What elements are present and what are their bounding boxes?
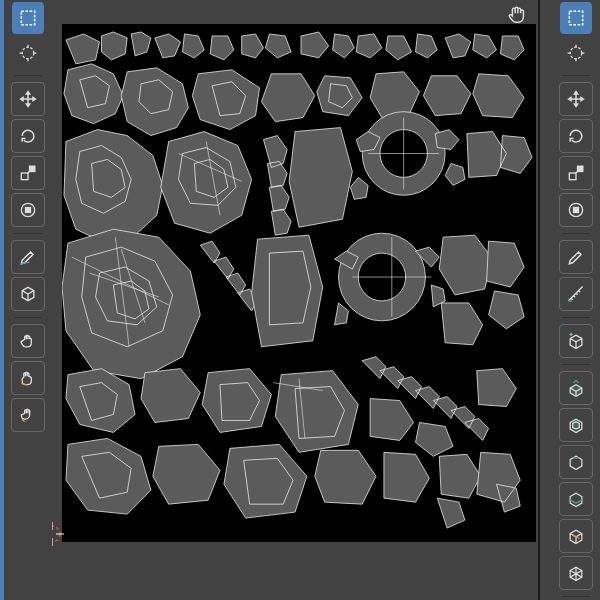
transform-icon[interactable] (11, 193, 45, 227)
rotate-r-icon[interactable] (559, 119, 593, 153)
svg-rect-10 (26, 208, 31, 213)
relax-icon[interactable] (11, 361, 45, 395)
uv-canvas-wrap (60, 0, 538, 600)
grab-icon[interactable] (11, 324, 45, 358)
loopcut-icon[interactable] (559, 482, 593, 516)
move-icon[interactable] (11, 82, 45, 116)
svg-rect-14 (577, 166, 584, 173)
svg-point-12 (570, 47, 582, 59)
rotate-icon[interactable] (11, 119, 45, 153)
cursor-r-icon[interactable] (560, 37, 592, 69)
transform-r-icon[interactable] (559, 193, 593, 227)
cursor-icon[interactable] (12, 37, 44, 69)
scale-icon[interactable] (11, 156, 45, 190)
svg-rect-7 (21, 173, 28, 180)
svg-point-6 (22, 47, 34, 59)
svg-rect-5 (21, 11, 34, 24)
extrude-icon[interactable] (559, 371, 593, 405)
pinch-icon[interactable] (11, 398, 45, 432)
add-cube-icon[interactable] (559, 324, 593, 358)
scale-r-icon[interactable] (559, 156, 593, 190)
inset-icon[interactable] (559, 408, 593, 442)
measure-r-icon[interactable] (559, 277, 593, 311)
svg-rect-16 (574, 208, 579, 213)
bevel-icon[interactable] (559, 445, 593, 479)
panel-divider[interactable] (538, 0, 540, 600)
select-box-r-icon[interactable] (560, 2, 592, 34)
annotate-icon[interactable] (11, 240, 45, 274)
knife-icon[interactable] (559, 519, 593, 553)
svg-rect-13 (569, 173, 576, 180)
right-toolbar (552, 0, 600, 600)
polybuild-icon[interactable] (559, 556, 593, 590)
cube-outline-icon[interactable] (11, 277, 45, 311)
select-box-icon[interactable] (12, 2, 44, 34)
left-toolbar (0, 0, 52, 600)
svg-rect-11 (569, 11, 582, 24)
move-r-icon[interactable] (559, 82, 593, 116)
svg-rect-8 (29, 166, 36, 173)
annotate-r-icon[interactable] (559, 240, 593, 274)
uv-canvas[interactable] (62, 24, 536, 542)
